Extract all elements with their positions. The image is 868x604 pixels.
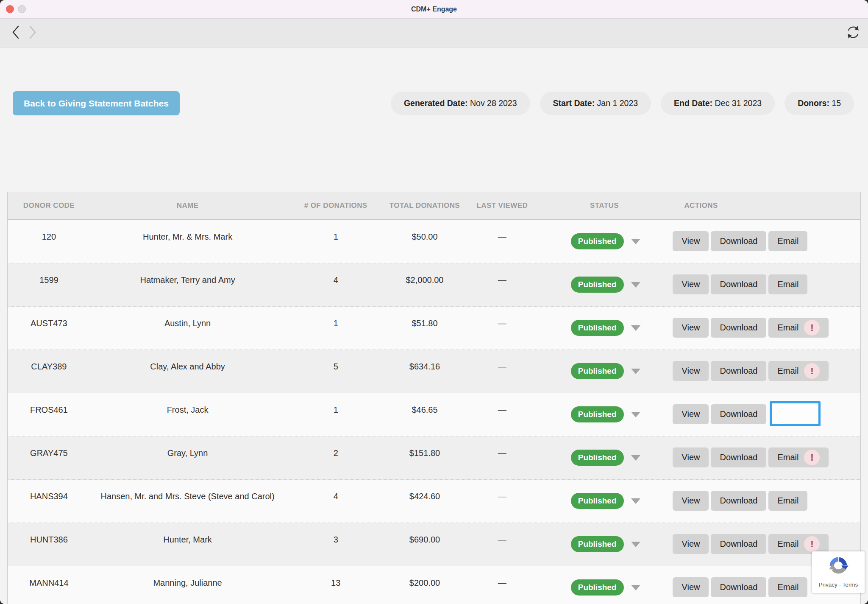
statements-table: DONOR CODE NAME # OF DONATIONS TOTAL DON… [7,192,861,604]
email-button[interactable]: Email [768,231,807,251]
cell-donor-code: FROS461 [8,393,90,436]
cell-name: Hunter, Mr. & Mrs. Mark [90,220,285,263]
chevron-down-icon[interactable] [631,585,640,590]
window-title: CDM+ Engage [0,0,868,19]
minimize-window-button[interactable] [18,5,26,13]
page-content: Back to Giving Statement Batches Generat… [0,48,868,604]
download-button[interactable]: Download [711,447,766,467]
column-header-total[interactable]: TOTAL DONATIONS [387,201,463,210]
recaptcha-badge[interactable]: Privacy - Terms [812,551,865,593]
view-button[interactable]: View [673,274,709,294]
cell-name: Hatmaker, Terry and Amy [90,263,285,306]
cell-total: $690.00 [387,523,463,566]
cell-last-viewed: — [463,393,542,436]
download-button[interactable]: Download [711,274,766,294]
cell-donations: 2 [285,436,387,479]
chevron-down-icon[interactable] [631,282,640,288]
cell-last-viewed: — [463,263,542,306]
chevron-down-icon[interactable] [631,455,640,461]
cell-donations: 13 [285,566,387,604]
cell-name: Clay, Alex and Abby [90,350,285,393]
generated-date-pill: Generated Date: Nov 28 2023 [391,92,530,115]
email-button-selected[interactable] [770,401,821,426]
view-button[interactable]: View [673,361,709,381]
chevron-down-icon[interactable] [631,325,640,331]
download-button[interactable]: Download [711,534,766,554]
download-button[interactable]: Download [711,361,766,381]
email-button[interactable]: Email [768,577,807,597]
email-alert-icon: ! [804,363,820,379]
back-to-batches-button[interactable]: Back to Giving Statement Batches [13,91,180,115]
table-row: 1599 Hatmaker, Terry and Amy 4 $2,000.00… [8,263,860,307]
cell-donor-code: HANS394 [8,480,90,523]
table-row: MANN414 Manning, Julianne 13 $200.00 — P… [8,566,860,604]
chevron-left-icon [11,25,20,41]
cell-total: $200.00 [387,566,463,604]
status-badge[interactable]: Published [571,406,624,422]
cell-donor-code: CLAY389 [8,350,90,393]
cell-name: Hansen, Mr. and Mrs. Steve (Steve and Ca… [90,480,285,523]
column-header-last-viewed[interactable]: LAST VIEWED [463,201,542,210]
table-row: CLAY389 Clay, Alex and Abby 5 $634.16 — … [8,350,860,393]
cell-donations: 4 [285,480,387,523]
cell-last-viewed: — [463,220,542,263]
back-nav-button[interactable] [11,25,20,41]
view-button[interactable]: View [673,231,709,251]
cell-last-viewed: — [463,307,542,350]
view-button[interactable]: View [673,491,709,511]
cell-donations: 5 [285,350,387,393]
view-button[interactable]: View [673,534,709,554]
chevron-down-icon[interactable] [631,369,640,374]
download-button[interactable]: Download [711,231,766,251]
close-window-button[interactable] [6,5,14,13]
view-button[interactable]: View [673,318,709,338]
column-header-status[interactable]: STATUS [542,201,668,210]
recaptcha-privacy-terms[interactable]: Privacy - Terms [812,582,865,588]
table-row: HUNT386 Hunter, Mark 3 $690.00 — Publish… [8,523,860,566]
status-badge[interactable]: Published [571,493,624,509]
status-badge[interactable]: Published [571,579,624,596]
email-button[interactable]: Email [768,491,807,511]
column-header-donations[interactable]: # OF DONATIONS [285,201,387,210]
navigation-toolbar [0,19,868,48]
email-button[interactable]: Email! [768,447,829,467]
email-alert-icon: ! [804,320,820,336]
cell-donations: 4 [285,263,387,306]
chevron-down-icon[interactable] [631,412,640,417]
chevron-down-icon[interactable] [631,498,640,504]
table-row: FROS461 Frost, Jack 1 $46.65 — Published… [8,393,860,436]
status-badge[interactable]: Published [571,536,624,552]
cell-last-viewed: — [463,350,542,393]
status-badge[interactable]: Published [571,450,624,466]
email-button[interactable]: Email! [768,534,829,554]
status-badge[interactable]: Published [571,277,624,293]
download-button[interactable]: Download [711,318,766,338]
column-header-name[interactable]: NAME [90,201,285,210]
cell-total: $634.16 [387,350,463,393]
refresh-button[interactable] [845,24,861,42]
download-button[interactable]: Download [711,404,766,424]
email-button[interactable]: Email [768,274,807,294]
chevron-down-icon[interactable] [631,542,640,547]
cell-total: $50.00 [387,220,463,263]
chevron-down-icon[interactable] [631,239,640,244]
column-header-donor-code[interactable]: DONOR CODE [8,201,90,210]
cell-total: $46.65 [387,393,463,436]
forward-nav-button[interactable] [28,25,37,41]
email-button[interactable]: Email! [768,318,829,338]
download-button[interactable]: Download [711,491,766,511]
status-badge[interactable]: Published [571,320,624,336]
email-button[interactable]: Email! [768,361,829,381]
view-button[interactable]: View [673,447,709,467]
refresh-icon [845,35,861,42]
status-badge[interactable]: Published [571,363,624,379]
table-header: DONOR CODE NAME # OF DONATIONS TOTAL DON… [8,192,860,220]
table-row: 120 Hunter, Mr. & Mrs. Mark 1 $50.00 — P… [8,220,860,263]
table-row: HANS394 Hansen, Mr. and Mrs. Steve (Stev… [8,480,860,523]
cell-name: Manning, Julianne [90,566,285,604]
view-button[interactable]: View [673,404,709,424]
download-button[interactable]: Download [711,577,766,597]
view-button[interactable]: View [673,577,709,597]
end-date-pill: End Date: Dec 31 2023 [661,92,775,115]
status-badge[interactable]: Published [571,233,624,249]
